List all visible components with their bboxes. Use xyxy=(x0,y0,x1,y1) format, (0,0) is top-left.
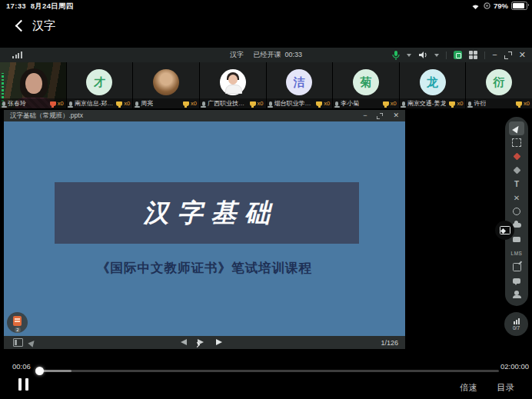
microphone-icon[interactable] xyxy=(392,51,400,60)
prev-slide-button[interactable] xyxy=(181,339,187,345)
participant-tile[interactable]: 周亮 x0 xyxy=(133,62,199,108)
ppt-bottom-bar: 1/126 xyxy=(4,336,405,349)
pen-icon[interactable] xyxy=(28,338,36,347)
mic-icon xyxy=(468,101,471,106)
thumbnail-panel-icon[interactable] xyxy=(13,338,23,347)
eraser-diamond-tool[interactable] xyxy=(509,163,524,177)
participant-tile[interactable]: 洁 烟台职业学院宋亚洁 x0 xyxy=(267,62,333,108)
speaker-icon[interactable] xyxy=(418,51,427,59)
orientation-lock-icon xyxy=(484,2,490,9)
progress-knob[interactable] xyxy=(35,367,44,375)
slide-canvas: 汉字基础 《国际中文教师证书》笔试培训课程 xyxy=(4,121,405,336)
avatar-photo xyxy=(220,69,246,95)
participant-name: 周亮 xyxy=(141,99,153,108)
trophy-count: x0 xyxy=(457,100,463,107)
ppt-titlebar: 汉字基础（常规班）.pptx − ✕ xyxy=(4,110,405,121)
trophy-count: x0 xyxy=(391,100,397,107)
trophy-icon xyxy=(516,101,522,106)
hands-raised-button[interactable]: 0/7 xyxy=(504,312,528,336)
annotation-toolbar: T ✕ LMS xyxy=(505,117,528,306)
participant-tile[interactable]: 才 南京信息-郑显才 x0 xyxy=(67,62,133,108)
screenshot-button[interactable] xyxy=(495,221,514,240)
status-time: 17:33 xyxy=(6,2,26,10)
battery-icon xyxy=(511,2,527,10)
minimize-icon[interactable]: − xyxy=(492,51,497,59)
back-button[interactable]: 汉字 xyxy=(17,18,55,33)
ppt-minimize-icon[interactable]: − xyxy=(363,111,367,120)
avatar: 才 xyxy=(86,69,112,95)
divider xyxy=(484,52,485,59)
trophy-icon xyxy=(183,101,189,106)
stats-icon xyxy=(514,318,520,324)
page-indicator: 1/126 xyxy=(381,339,398,347)
select-tool[interactable] xyxy=(509,135,524,149)
participant-name: 广西职业技术学院… xyxy=(208,99,247,108)
participant-name: 南京信息-郑显才 xyxy=(75,99,114,108)
trophy-icon xyxy=(116,101,122,106)
trophy-count: x0 xyxy=(58,100,64,107)
toc-button[interactable]: 目录 xyxy=(497,382,514,394)
participant-name: 南京交通-姜龙 xyxy=(407,99,447,108)
pause-button[interactable] xyxy=(18,378,29,391)
chevron-left-icon xyxy=(15,20,28,32)
trophy-icon xyxy=(316,101,322,106)
circle-shape-tool[interactable] xyxy=(509,204,524,218)
meeting-titlebar: 汉字 已经开课 00:33 − ✕ xyxy=(0,48,532,62)
ppt-window: 汉字基础（常规班）.pptx − ✕ 汉字基础 《国际中文教师证书》笔试培训课程… xyxy=(4,110,405,349)
slide-subtitle: 《国际中文教师证书》笔试培训课程 xyxy=(4,260,405,277)
shared-docs-button[interactable]: 2 xyxy=(7,312,28,333)
meeting-status: 已经开课 xyxy=(253,51,281,58)
ppt-window-title: 汉字基础（常规班）.pptx xyxy=(10,111,83,121)
avatar: 菊 xyxy=(353,69,379,95)
progress-track[interactable] xyxy=(36,370,499,372)
trophy-count: x0 xyxy=(191,100,197,107)
mic-options-caret[interactable] xyxy=(407,54,411,57)
mic-icon xyxy=(202,101,205,106)
close-icon[interactable]: ✕ xyxy=(519,51,526,59)
share-active-icon[interactable] xyxy=(454,51,462,59)
cross-shape-tool[interactable]: ✕ xyxy=(509,191,524,204)
participants-tool[interactable] xyxy=(509,288,524,301)
speaker-options-caret[interactable] xyxy=(434,54,439,57)
ppt-close-icon[interactable]: ✕ xyxy=(393,111,399,120)
doc-count-badge: 2 xyxy=(15,327,21,333)
chat-tool[interactable] xyxy=(509,274,524,288)
mic-icon xyxy=(402,101,405,106)
trophy-icon xyxy=(50,101,56,106)
next-slide-button[interactable] xyxy=(216,339,222,345)
participant-tile[interactable]: 菊 李小菊 x0 xyxy=(333,62,399,108)
text-tool[interactable]: T xyxy=(509,177,524,191)
pointer-tool[interactable] xyxy=(509,121,524,135)
mic-icon xyxy=(269,101,272,106)
divider xyxy=(446,52,447,59)
layout-grid-icon[interactable] xyxy=(469,51,477,59)
participant-strip: 张春玲 x0 才 南京信息-郑显才 x0 周亮 x0 xyxy=(0,62,532,108)
fullscreen-icon[interactable] xyxy=(504,52,512,59)
trophy-count: x0 xyxy=(524,100,530,107)
slide-title: 汉字基础 xyxy=(135,196,279,231)
participant-name: 许衍 xyxy=(474,99,486,108)
participant-tile[interactable]: 衍 许衍 x0 xyxy=(466,62,532,108)
ppt-fullscreen-icon[interactable] xyxy=(377,113,383,119)
back-label: 汉字 xyxy=(32,18,55,33)
meeting-elapsed: 00:33 xyxy=(285,51,303,58)
laser-pointer-tool[interactable] xyxy=(509,149,524,163)
mic-icon xyxy=(69,101,72,106)
notes-tool[interactable] xyxy=(509,260,524,274)
playback-speed-button[interactable]: 倍速 xyxy=(460,382,477,394)
status-time-date: 17:33 8月24日周四 xyxy=(6,2,74,12)
lms-button[interactable]: LMS xyxy=(509,246,524,260)
participant-tile[interactable]: 龙 南京交通-姜龙 x0 xyxy=(400,62,466,108)
trophy-count: x0 xyxy=(258,100,264,107)
mic-icon xyxy=(335,101,338,106)
participant-name: 李小菊 xyxy=(341,99,359,108)
hands-count: 0/7 xyxy=(513,325,520,331)
participant-tile[interactable]: 广西职业技术学院… x0 xyxy=(200,62,266,108)
image-icon xyxy=(500,226,510,234)
document-icon xyxy=(13,316,22,326)
avatar: 洁 xyxy=(286,69,312,95)
participant-name: 烟台职业学院宋亚洁 xyxy=(274,99,314,108)
battery-percent: 79% xyxy=(494,2,508,10)
status-bar: 17:33 8月24日周四 79% xyxy=(0,0,532,12)
participant-tile-video[interactable]: 张春玲 x0 xyxy=(0,62,66,108)
